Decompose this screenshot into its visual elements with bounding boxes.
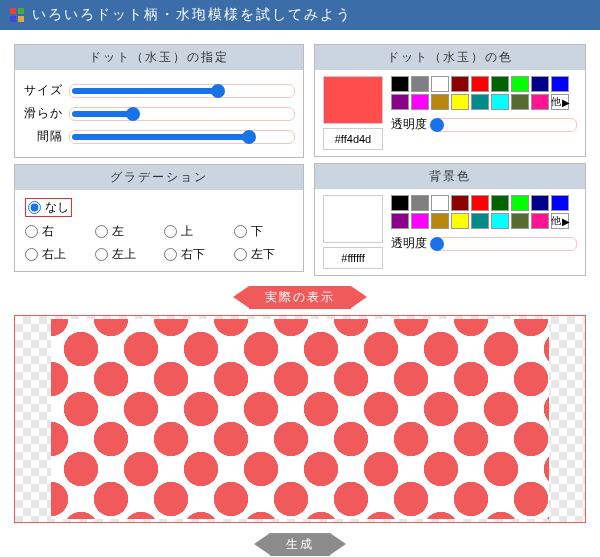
ribbon-preview: 実際の表示 [14,286,586,309]
radio-label: 下 [251,223,263,240]
palette-color[interactable] [491,76,509,92]
panel-dot-color: ドット（水玉）の色 #ff4d4d他▶透明度 [314,44,586,157]
radio-icon[interactable] [164,248,177,261]
more-colors-button[interactable]: 他▶ [551,94,569,110]
gradient-option[interactable]: 右下 [164,246,224,263]
alpha-label: 透明度 [391,235,427,252]
panel-dot-spec: ドット（水玉）の指定 サイズ 滑らか 間隔 [14,44,304,158]
palette-color[interactable] [411,213,429,229]
radio-icon[interactable] [28,201,41,214]
more-colors-button[interactable]: 他▶ [551,213,569,229]
palette-color[interactable] [451,213,469,229]
panel-gradient: グラデーション なし右左上下右上左上右下左下 [14,164,304,272]
palette-color[interactable] [511,213,529,229]
radio-icon[interactable] [95,248,108,261]
gradient-option[interactable]: 左下 [234,246,294,263]
slider-label-smooth: 滑らか [23,105,63,122]
gradient-option[interactable]: 下 [234,223,294,240]
palette-color[interactable] [391,94,409,110]
gradient-option[interactable]: 右 [25,223,85,240]
radio-icon[interactable] [25,225,38,238]
preview-area [14,315,586,523]
gradient-option[interactable]: なし [25,198,72,217]
palette-color[interactable] [491,195,509,211]
hex-input[interactable]: #ff4d4d [323,128,383,150]
palette-color[interactable] [431,213,449,229]
gradient-option[interactable]: 左 [95,223,155,240]
radio-icon[interactable] [25,248,38,261]
palette-color[interactable] [451,94,469,110]
alpha-slider[interactable] [433,118,577,132]
palette-color[interactable] [491,94,509,110]
panel-heading: 背景色 [315,164,585,189]
gradient-option[interactable]: 左上 [95,246,155,263]
palette-color[interactable] [531,213,549,229]
palette-color[interactable] [411,76,429,92]
panel-heading: ドット（水玉）の指定 [15,45,303,70]
dot-pattern-preview [51,319,549,519]
palette-color[interactable] [531,195,549,211]
palette-color[interactable] [411,94,429,110]
palette-color[interactable] [551,76,569,92]
palette-color[interactable] [471,213,489,229]
color-palette: 他▶ [391,76,577,110]
palette-color[interactable] [451,76,469,92]
panel-bg-color: 背景色 #ffffff他▶透明度 [314,163,586,276]
alpha-slider[interactable] [433,237,577,251]
palette-color[interactable] [471,195,489,211]
page-title: いろいろドット柄・水玸模様を試してみよう [32,6,352,24]
panel-heading: グラデーション [15,165,303,190]
slider-label-gap: 間隔 [23,128,63,145]
palette-color[interactable] [391,76,409,92]
palette-color[interactable] [531,94,549,110]
palette-color[interactable] [511,76,529,92]
radio-label: 左下 [251,246,275,263]
gradient-option[interactable]: 上 [164,223,224,240]
radio-icon[interactable] [234,225,247,238]
grid-icon [10,8,24,22]
palette-color[interactable] [471,94,489,110]
palette-color[interactable] [411,195,429,211]
palette-color[interactable] [391,213,409,229]
size-slider[interactable] [69,84,295,98]
radio-label: 左 [112,223,124,240]
slider-label-size: サイズ [23,82,63,99]
page-header: いろいろドット柄・水玸模様を試してみよう [0,0,600,30]
ribbon-generate[interactable]: 生成 [14,533,586,556]
radio-label: 右上 [42,246,66,263]
palette-color[interactable] [531,76,549,92]
palette-color[interactable] [511,195,529,211]
palette-color[interactable] [431,94,449,110]
smooth-slider[interactable] [69,107,295,121]
radio-label: 右下 [181,246,205,263]
gradient-option[interactable]: 右上 [25,246,85,263]
triangle-right-icon: ▶ [562,97,570,108]
radio-label: 上 [181,223,193,240]
hex-input[interactable]: #ffffff [323,247,383,269]
radio-icon[interactable] [95,225,108,238]
radio-icon[interactable] [164,225,177,238]
palette-color[interactable] [551,195,569,211]
radio-label: 右 [42,223,54,240]
palette-color[interactable] [491,213,509,229]
current-color-swatch [323,76,383,124]
alpha-label: 透明度 [391,116,427,133]
current-color-swatch [323,195,383,243]
radio-label: なし [45,199,69,216]
triangle-right-icon: ▶ [562,216,570,227]
palette-color[interactable] [431,195,449,211]
gap-slider[interactable] [69,130,295,144]
palette-color[interactable] [451,195,469,211]
panel-heading: ドット（水玉）の色 [315,45,585,70]
color-palette: 他▶ [391,195,577,229]
palette-color[interactable] [391,195,409,211]
palette-color[interactable] [431,76,449,92]
palette-color[interactable] [511,94,529,110]
palette-color[interactable] [471,76,489,92]
radio-label: 左上 [112,246,136,263]
radio-icon[interactable] [234,248,247,261]
